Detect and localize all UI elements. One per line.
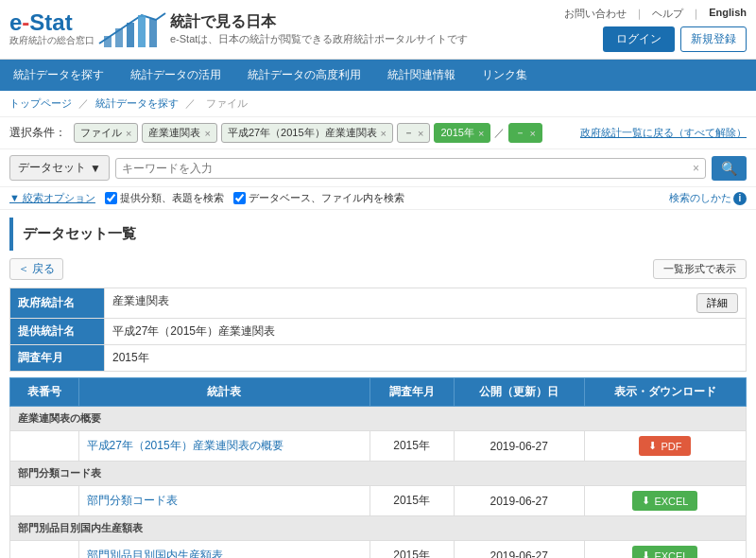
excel-label-2: EXCEL (654, 550, 688, 559)
nav-item-info[interactable]: 統計関連情報 (374, 60, 469, 91)
row-num3 (10, 541, 79, 559)
nav-item-advanced[interactable]: 統計データの高度利用 (234, 60, 374, 91)
header-chart-icon (94, 6, 170, 53)
search-how-text: 検索のしかた (669, 191, 731, 205)
filter-tag-file-close[interactable]: × (126, 128, 131, 139)
info-row-gov: 政府統計名 産業連関表 詳細 (10, 288, 747, 319)
section-row-overview: 産業連関表の概要 (10, 407, 747, 431)
filter-tag-dash2-text: － (515, 126, 525, 140)
info-label-year: 調査年月 (10, 345, 105, 372)
filter-label: 選択条件： (9, 125, 66, 141)
help-link[interactable]: ヘルプ (652, 7, 683, 21)
row-download: ⬇ PDF (584, 431, 746, 462)
view-mode-button[interactable]: 一覧形式で表示 (653, 259, 747, 279)
table-row: 部門分類コード表 2015年 2019-06-27 ⬇ EXCEL (10, 486, 747, 516)
filter-tag-heisei-text: 平成27年（2015年）産業連関表 (228, 126, 377, 140)
breadcrumb-top[interactable]: トップページ (9, 97, 72, 109)
filter-tag-sangyou-close[interactable]: × (204, 128, 210, 139)
back-button[interactable]: ＜ 戻る (9, 258, 63, 280)
filter-tag-dash2-close[interactable]: × (529, 128, 535, 139)
pdf-icon: ⬇ (648, 440, 657, 452)
logo-wrap: e-Stat 政府統計の総合窓口 (9, 6, 170, 53)
filter-tag-heisei-close[interactable]: × (381, 128, 387, 139)
row-date2: 2019-06-27 (454, 486, 584, 516)
row-title: 平成27年（2015年）産業連関表の概要 (78, 431, 369, 462)
register-button[interactable]: 新規登録 (680, 26, 747, 52)
site-subtitle: e-Statは、日本の統計が閲覧できる政府統計ポータルサイトです (170, 32, 564, 46)
header-right: お問い合わせ ｜ ヘルプ ｜ English ログイン 新規登録 (564, 7, 747, 52)
filter-tag-file-text: ファイル (80, 126, 122, 140)
breadcrumb-sep2: ／ (185, 97, 198, 109)
detail-button[interactable]: 詳細 (696, 293, 738, 313)
info-label-provide: 提供統計名 (10, 319, 105, 345)
section-label-overview: 産業連関表の概要 (10, 407, 747, 431)
section-row-production: 部門別品目別国内生産額表 (10, 516, 747, 541)
nav-item-use[interactable]: 統計データの活用 (117, 60, 234, 91)
login-button[interactable]: ログイン (603, 26, 675, 52)
filter-tag-dash[interactable]: － × (397, 123, 430, 143)
breadcrumb-sep1: ／ (78, 97, 92, 109)
filter-tag-year-close[interactable]: × (478, 128, 484, 139)
excel-icon-1: ⬇ (642, 495, 650, 507)
checkbox-label-1[interactable]: 提供分類、表題を検索 (105, 191, 224, 205)
search-how-link[interactable]: 検索のしかた i (669, 191, 747, 205)
filter-reset-link[interactable]: 政府統計一覧に戻る（すべて解除） (580, 126, 747, 140)
inquiry-link[interactable]: お問い合わせ (564, 7, 627, 21)
excel-download-button-1[interactable]: ⬇ EXCEL (632, 491, 697, 511)
search-options: ▼ 絞索オプション 提供分類、表題を検索 データベース、ファイル内を検索 検索の… (0, 187, 756, 210)
filter-tag-dash2[interactable]: － × (508, 123, 541, 143)
breadcrumb-search[interactable]: 統計データを探す (95, 97, 179, 109)
row-title2: 部門分類コード表 (78, 486, 369, 516)
svg-rect-0 (104, 36, 112, 47)
filter-slash: ／ (494, 126, 505, 140)
sep2: ｜ (691, 7, 701, 21)
filter-tag-heisei[interactable]: 平成27年（2015年）産業連関表 × (221, 123, 393, 143)
pdf-download-button[interactable]: ⬇ PDF (639, 436, 691, 456)
filter-tag-dash-close[interactable]: × (418, 128, 423, 139)
header-btns: ログイン 新規登録 (603, 26, 747, 52)
info-row-year: 調査年月 2015年 (10, 345, 747, 372)
filter-tag-year[interactable]: 2015年 × (434, 123, 490, 143)
row-title-link[interactable]: 平成27年（2015年）産業連関表の概要 (87, 439, 284, 452)
nav-item-search[interactable]: 統計データを探す (0, 60, 117, 91)
row-title-link3[interactable]: 部門別品目別国内生産額表 (87, 549, 223, 558)
table-row: 部門別品目別国内生産額表 2015年 2019-06-27 ⬇ EXCEL (10, 541, 747, 559)
data-table: 表番号 統計表 調査年月 公開（更新）日 表示・ダウンロード 産業連関表の概要 … (9, 377, 747, 558)
header-links: お問い合わせ ｜ ヘルプ ｜ English (564, 7, 747, 21)
search-type-dropdown[interactable]: データセット ▼ (9, 155, 110, 181)
pdf-label: PDF (661, 441, 681, 452)
filter-tag-file[interactable]: ファイル × (74, 123, 138, 143)
nav-item-links[interactable]: リンク集 (469, 60, 541, 91)
info-row-provide: 提供統計名 平成27年（2015年）産業連関表 (10, 319, 747, 345)
table-row: 平成27年（2015年）産業連関表の概要 2015年 2019-06-27 ⬇ … (10, 431, 747, 462)
search-input[interactable] (122, 162, 693, 175)
search-input-wrap: × (115, 158, 706, 179)
dropdown-arrow-icon: ▼ (90, 162, 101, 175)
excel-download-button-2[interactable]: ⬇ EXCEL (632, 546, 697, 558)
row-title-link2[interactable]: 部門分類コード表 (87, 494, 178, 507)
table-controls: ＜ 戻る 一覧形式で表示 (0, 254, 756, 284)
checkbox-label-2-text: データベース、ファイル内を検索 (249, 191, 404, 205)
checkbox-database[interactable] (233, 192, 246, 204)
search-button[interactable]: 🔍 (712, 156, 747, 181)
header: e-Stat 政府統計の総合窓口 統計で見る日本 e-Statは、日本の統計が閲… (0, 0, 756, 60)
info-value-gov: 産業連関表 詳細 (105, 288, 747, 319)
filter-tag-sangyou[interactable]: 産業連関表 × (142, 123, 216, 143)
checkbox-label-2[interactable]: データベース、ファイル内を検索 (233, 191, 404, 205)
header-center: 統計で見る日本 e-Statは、日本の統計が閲覧できる政府統計ポータルサイトです (170, 12, 564, 46)
section-label-code: 部門分類コード表 (10, 462, 747, 486)
row-year3: 2015年 (369, 541, 454, 559)
search-clear-icon[interactable]: × (693, 162, 699, 175)
sep1: ｜ (634, 7, 644, 21)
info-table: 政府統計名 産業連関表 詳細 提供統計名 平成27年（2015年）産業連関表 調… (9, 288, 747, 372)
checkbox-label-1-text: 提供分類、表題を検索 (120, 191, 224, 205)
th-date: 公開（更新）日 (454, 378, 584, 407)
checkbox-category[interactable] (105, 192, 117, 204)
logo-e: e (9, 9, 22, 35)
excel-label-1: EXCEL (654, 496, 688, 507)
logo-gov: 政府統計の総合窓口 (9, 34, 94, 47)
breadcrumb-file: ファイル (206, 97, 248, 109)
search-options-toggle[interactable]: ▼ 絞索オプション (9, 191, 95, 205)
search-bar: データセット ▼ × 🔍 (0, 149, 756, 187)
english-link[interactable]: English (709, 7, 747, 21)
